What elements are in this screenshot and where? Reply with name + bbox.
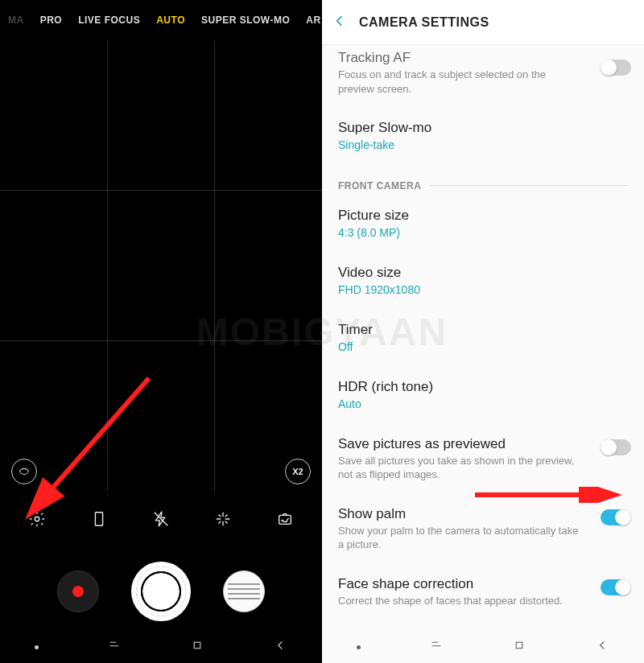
row-title: Show palm: [338, 506, 628, 522]
camera-settings-screen: CAMERA SETTINGS Tracking AF Focus on and…: [322, 0, 644, 663]
svg-rect-4: [194, 642, 200, 649]
row-title: Super Slow-mo: [338, 120, 628, 136]
fullview-icon[interactable]: [89, 509, 109, 529]
viewfinder[interactable]: X2: [0, 40, 322, 491]
settings-title: CAMERA SETTINGS: [359, 15, 489, 30]
mode-superslowmo[interactable]: SUPER SLOW-MO: [196, 14, 295, 26]
camera-modes: MA PRO LIVE FOCUS AUTO SUPER SLOW-MO AR …: [0, 0, 322, 40]
row-title: Timer: [338, 322, 628, 338]
sparkle-icon[interactable]: [213, 509, 233, 529]
row-subtitle: Correct the shape of faces that appear d…: [338, 594, 580, 608]
row-picture-size[interactable]: Picture size 4:3 (8.0 MP): [322, 196, 644, 253]
row-subtitle: Save all pictures you take as shown in t…: [338, 454, 580, 482]
shutter-row: [0, 555, 322, 628]
wide-angle-button[interactable]: [11, 459, 37, 484]
row-save-as-previewed[interactable]: Save pictures as previewed Save all pict…: [322, 425, 644, 495]
shutter-button[interactable]: [131, 562, 191, 621]
row-title: HDR (rich tone): [338, 379, 628, 395]
camera-app: MA PRO LIVE FOCUS AUTO SUPER SLOW-MO AR …: [0, 0, 322, 663]
row-title: Tracking AF: [338, 50, 628, 66]
switch-camera-icon[interactable]: [275, 509, 295, 529]
zoom-x2-button[interactable]: X2: [285, 459, 311, 484]
toggle-face-shape[interactable]: [601, 579, 631, 595]
row-value: Off: [338, 340, 580, 355]
toggle-save-previewed[interactable]: [601, 439, 631, 455]
nav-assist-dot[interactable]: [35, 645, 39, 649]
row-timer[interactable]: Timer Off: [322, 311, 644, 368]
row-title: Picture size: [338, 208, 628, 224]
row-show-palm[interactable]: Show palm Show your palm to the camera t…: [322, 495, 644, 565]
mode-pro[interactable]: PRO: [35, 14, 68, 26]
settings-header: CAMERA SETTINGS: [322, 0, 644, 45]
nav-assist-dot[interactable]: [357, 645, 361, 649]
section-front-camera: FRONT CAMERA: [322, 166, 644, 196]
svg-rect-1: [96, 513, 103, 526]
home-button[interactable]: [512, 638, 526, 656]
camera-toolbar: [0, 499, 322, 539]
row-title: Save pictures as previewed: [338, 436, 628, 452]
gear-icon[interactable]: [27, 509, 47, 529]
gallery-thumbnail[interactable]: [223, 570, 265, 612]
section-common: COMMON: [322, 620, 644, 631]
row-title: Video size: [338, 265, 628, 281]
row-super-slowmo[interactable]: Super Slow-mo Single-take: [322, 109, 644, 166]
row-hdr[interactable]: HDR (rich tone) Auto: [322, 368, 644, 425]
recents-button[interactable]: [429, 638, 444, 656]
mode-panorama[interactable]: MA: [3, 14, 29, 26]
mode-auto[interactable]: AUTO: [151, 14, 190, 26]
svg-rect-3: [279, 515, 291, 524]
back-button[interactable]: [273, 638, 287, 656]
home-button[interactable]: [190, 638, 204, 656]
row-value: Single-take: [338, 138, 580, 153]
recents-button[interactable]: [107, 638, 122, 656]
mode-livefocus[interactable]: LIVE FOCUS: [73, 14, 145, 26]
svg-rect-6: [516, 642, 522, 649]
row-title: Face shape correction: [338, 576, 628, 592]
row-subtitle: Focus on and track a subject selected on…: [338, 68, 580, 96]
flash-off-icon[interactable]: [151, 509, 171, 529]
settings-list[interactable]: Tracking AF Focus on and track a subject…: [322, 45, 644, 631]
row-value: Auto: [338, 397, 580, 412]
toggle-show-palm[interactable]: [601, 509, 631, 525]
row-tracking-af[interactable]: Tracking AF Focus on and track a subject…: [322, 45, 644, 109]
back-button[interactable]: [595, 638, 609, 656]
mode-aremoji[interactable]: AR EMO: [301, 14, 322, 26]
row-value: FHD 1920x1080: [338, 282, 580, 298]
row-subtitle: Show your palm to the camera to automati…: [338, 524, 580, 552]
row-video-size[interactable]: Video size FHD 1920x1080: [322, 253, 644, 311]
toggle-tracking-af[interactable]: [601, 60, 631, 76]
nav-bar-dark: [0, 631, 322, 663]
nav-bar-light: [322, 631, 644, 663]
svg-point-0: [35, 517, 40, 521]
row-value: 4:3 (8.0 MP): [338, 225, 580, 241]
record-button[interactable]: [57, 570, 99, 612]
back-icon[interactable]: [332, 13, 348, 32]
row-face-shape[interactable]: Face shape correction Correct the shape …: [322, 565, 644, 621]
